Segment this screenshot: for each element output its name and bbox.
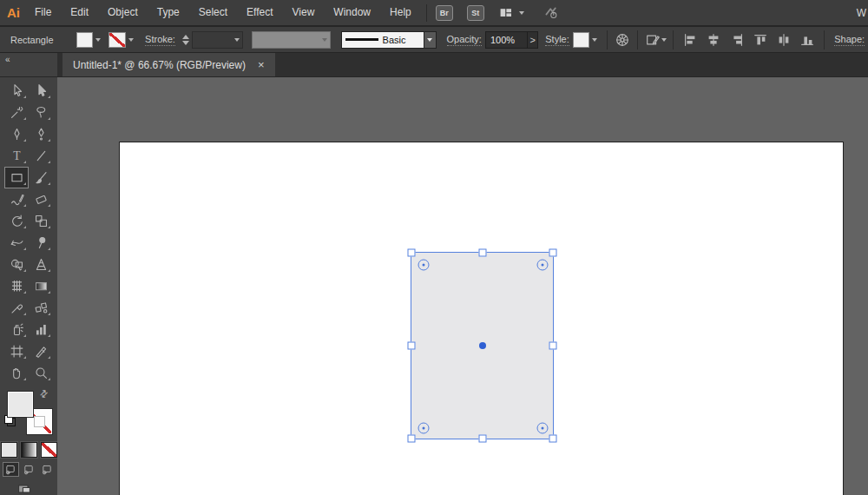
selection-handle-nw[interactable] xyxy=(408,249,416,257)
live-corner-widget-se[interactable] xyxy=(537,423,549,434)
menu-item-view[interactable]: View xyxy=(283,6,325,18)
selection-handle-n[interactable] xyxy=(478,249,486,257)
opacity-input[interactable]: 100% xyxy=(485,31,528,49)
bridge-button[interactable]: Br xyxy=(436,5,453,21)
distribute-center-icon[interactable] xyxy=(773,30,794,50)
tool-line-segment[interactable] xyxy=(29,145,53,167)
selection-handle-ne[interactable] xyxy=(549,249,557,257)
tool-lasso[interactable] xyxy=(29,102,53,123)
style-swatch[interactable] xyxy=(573,32,590,48)
tool-mesh[interactable] xyxy=(4,275,29,297)
live-corner-widget-ne[interactable] xyxy=(537,260,549,271)
fill-chevron-icon[interactable] xyxy=(93,33,103,47)
live-corner-widget-nw[interactable] xyxy=(418,260,430,271)
stock-button[interactable]: St xyxy=(467,5,484,21)
shape-label[interactable]: Shape: xyxy=(834,34,865,46)
menu-item-effect[interactable]: Effect xyxy=(237,6,282,18)
tool-blend[interactable] xyxy=(29,297,53,319)
tool-width[interactable] xyxy=(4,232,29,254)
none-button[interactable] xyxy=(41,442,57,458)
tool-eraser[interactable] xyxy=(29,188,53,210)
tool-magic-wand[interactable] xyxy=(4,102,29,123)
menu-item-edit[interactable]: Edit xyxy=(61,6,98,18)
menu-item-window[interactable]: Window xyxy=(324,6,380,18)
selection-handle-s[interactable] xyxy=(478,435,486,443)
stroke-weight-label[interactable]: Stroke: xyxy=(145,34,175,46)
app-logo: Ai xyxy=(7,5,20,20)
object-center-point[interactable] xyxy=(479,342,486,349)
opacity-more-button[interactable]: > xyxy=(528,31,538,49)
selection-handle-e[interactable] xyxy=(549,342,557,350)
selection-handle-se[interactable] xyxy=(549,435,557,443)
tool-column-graph[interactable] xyxy=(29,319,53,340)
canvas-area[interactable] xyxy=(57,77,868,495)
tool-direct-selection[interactable] xyxy=(29,80,53,102)
chevron-down-icon[interactable] xyxy=(519,11,524,15)
align-bottom-icon[interactable] xyxy=(797,30,818,50)
fill-indicator[interactable] xyxy=(8,392,33,417)
artboard[interactable] xyxy=(119,142,844,495)
draw-normal-button[interactable] xyxy=(3,462,19,477)
toolbar-collapse-icon[interactable]: « xyxy=(0,53,57,76)
tool-zoom[interactable] xyxy=(29,362,53,384)
color-button[interactable] xyxy=(1,442,17,458)
tool-paintbrush[interactable] xyxy=(29,167,53,188)
align-center-icon[interactable] xyxy=(703,30,724,50)
stroke-weight-stepper[interactable] xyxy=(181,32,190,48)
tool-puppet-warp[interactable] xyxy=(29,232,53,254)
arrange-documents-icon[interactable] xyxy=(498,6,514,20)
tool-hand[interactable] xyxy=(4,362,29,384)
tool-curvature[interactable] xyxy=(29,123,53,145)
tools-panel: T ⇄ xyxy=(0,77,57,495)
tool-scale[interactable] xyxy=(29,210,53,232)
style-chevron-icon[interactable] xyxy=(589,33,600,47)
recolor-artwork-icon[interactable] xyxy=(613,30,630,50)
tool-symbol-sprayer[interactable] xyxy=(4,319,29,340)
stroke-color-swatch[interactable] xyxy=(108,32,126,48)
menu-item-object[interactable]: Object xyxy=(98,6,148,18)
tools-grid: T xyxy=(0,77,57,384)
screen-mode-button[interactable] xyxy=(16,482,33,495)
tool-shape-builder[interactable] xyxy=(4,254,29,275)
transform-chevron-icon[interactable] xyxy=(661,38,667,42)
swap-fill-stroke-icon[interactable]: ⇄ xyxy=(37,387,51,401)
tool-perspective-grid[interactable] xyxy=(29,254,53,275)
brush-definition-dropdown[interactable]: Basic xyxy=(341,32,437,48)
selection-handle-sw[interactable] xyxy=(408,435,416,443)
tool-rectangle[interactable] xyxy=(4,167,29,188)
document-tab[interactable]: Untitled-1* @ 66.67% (RGB/Preview) × xyxy=(62,53,275,76)
menu-item-help[interactable]: Help xyxy=(380,6,421,18)
tool-rotate[interactable] xyxy=(4,210,29,232)
tool-artboard[interactable] xyxy=(4,340,29,362)
tool-slice[interactable] xyxy=(29,340,53,362)
brush-chevron-icon[interactable] xyxy=(424,31,437,49)
tool-selection[interactable] xyxy=(4,80,29,102)
workspace-label-partial: W xyxy=(857,7,866,19)
selected-rectangle[interactable] xyxy=(411,252,554,439)
free-transform-icon[interactable] xyxy=(644,30,661,50)
style-label[interactable]: Style: xyxy=(545,34,569,46)
align-left-icon[interactable] xyxy=(680,30,700,50)
menu-item-select[interactable]: Select xyxy=(189,6,237,18)
draw-behind-button[interactable] xyxy=(21,462,37,477)
stroke-chevron-icon[interactable] xyxy=(126,33,136,47)
gradient-button[interactable] xyxy=(21,442,37,458)
fill-color-swatch[interactable] xyxy=(76,32,94,48)
draw-inside-button[interactable] xyxy=(39,462,56,477)
tool-eyedropper[interactable] xyxy=(4,297,29,319)
menu-item-file[interactable]: File xyxy=(25,6,61,18)
tool-shaper[interactable] xyxy=(4,188,29,210)
align-right-icon[interactable] xyxy=(727,30,747,50)
menubar-separator xyxy=(426,4,427,22)
align-top-icon[interactable] xyxy=(750,30,771,50)
tool-type[interactable]: T xyxy=(4,145,29,167)
tool-pen[interactable] xyxy=(4,123,29,145)
stroke-weight-dropdown[interactable] xyxy=(192,31,243,49)
tool-gradient[interactable] xyxy=(29,275,53,297)
align-icons-group xyxy=(680,30,818,50)
selection-handle-w[interactable] xyxy=(408,342,416,350)
menu-item-type[interactable]: Type xyxy=(148,6,189,18)
close-icon[interactable]: × xyxy=(258,58,265,71)
opacity-label[interactable]: Opacity: xyxy=(447,34,482,46)
live-corner-widget-sw[interactable] xyxy=(418,423,430,434)
